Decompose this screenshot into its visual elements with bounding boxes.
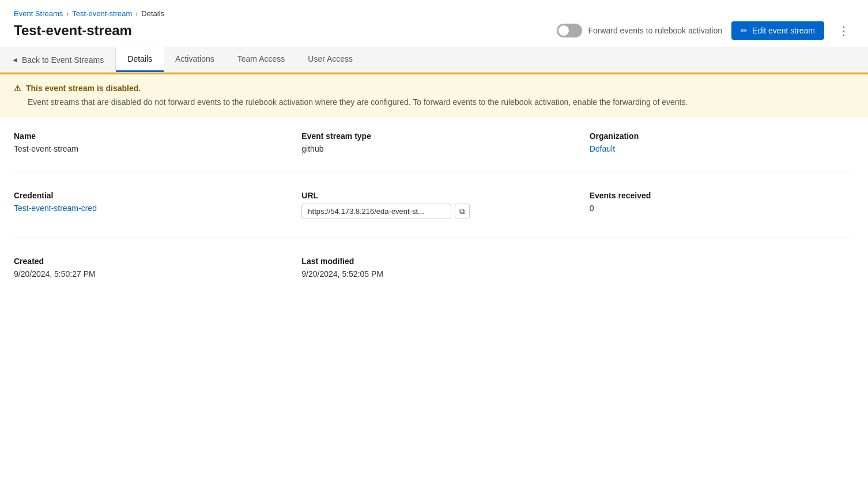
- detail-organization: Organization Default: [590, 131, 854, 153]
- name-value: Test-event-stream: [14, 144, 278, 153]
- forward-events-toggle[interactable]: [557, 24, 582, 37]
- detail-event-stream-type: Event stream type github: [301, 131, 566, 153]
- nav-tabs: ◄ Back to Event Streams Details Activati…: [0, 47, 868, 73]
- event-stream-type-value: github: [301, 144, 566, 153]
- warning-icon: ⚠: [14, 84, 21, 93]
- back-arrow-icon: ◄: [12, 56, 18, 64]
- back-label: Back to Event Streams: [22, 55, 104, 65]
- back-to-event-streams-link[interactable]: ◄ Back to Event Streams: [0, 48, 116, 71]
- url-field: ⧉: [301, 204, 566, 219]
- created-label: Created: [14, 257, 278, 266]
- events-received-label: Events received: [590, 191, 854, 200]
- tab-team-access[interactable]: Team Access: [226, 47, 296, 72]
- divider-2: [14, 238, 854, 238]
- events-received-value: 0: [590, 204, 854, 213]
- detail-url: URL ⧉: [301, 191, 566, 219]
- warning-text: Event streams that are disabled do not f…: [14, 96, 854, 108]
- warning-banner: ⚠ This event stream is disabled. Event s…: [0, 73, 868, 118]
- organization-label: Organization: [590, 131, 854, 141]
- url-label: URL: [301, 191, 566, 200]
- more-icon: ⋮: [838, 24, 850, 37]
- details-content: Name Test-event-stream Event stream type…: [0, 118, 868, 292]
- divider-1: [14, 172, 854, 172]
- warning-title-text: This event stream is disabled.: [26, 84, 141, 93]
- detail-name: Name Test-event-stream: [14, 131, 278, 153]
- detail-events-received: Events received 0: [590, 191, 854, 219]
- page-header: Event Streams › Test-event-stream › Deta…: [0, 0, 868, 47]
- tab-user-access[interactable]: User Access: [296, 47, 364, 72]
- tab-details[interactable]: Details: [116, 47, 164, 72]
- url-input[interactable]: [301, 204, 451, 219]
- breadcrumb-sep-1: ›: [66, 10, 69, 18]
- breadcrumb-stream-link[interactable]: Test-event-stream: [72, 9, 132, 18]
- last-modified-label: Last modified: [301, 257, 566, 266]
- breadcrumb-sep-2: ›: [135, 10, 138, 18]
- edit-button-label: Edit event stream: [752, 26, 815, 35]
- detail-created: Created 9/20/2024, 5:50:27 PM: [14, 257, 278, 279]
- credential-label: Credential: [14, 191, 278, 200]
- breadcrumb: Event Streams › Test-event-stream › Deta…: [14, 9, 854, 18]
- pencil-icon: ✏: [741, 26, 748, 35]
- created-value: 9/20/2024, 5:50:27 PM: [14, 269, 278, 279]
- header-actions: Forward events to rulebook activation ✏ …: [557, 21, 854, 40]
- toggle-slider: [557, 24, 582, 37]
- copy-icon: ⧉: [459, 206, 465, 216]
- last-modified-value: 9/20/2024, 5:52:05 PM: [301, 269, 566, 279]
- detail-credential: Credential Test-event-stream-cred: [14, 191, 278, 219]
- copy-url-button[interactable]: ⧉: [455, 204, 470, 219]
- breadcrumb-current: Details: [141, 9, 164, 18]
- more-options-button[interactable]: ⋮: [833, 21, 854, 40]
- header-row: Test-event-stream Forward events to rule…: [14, 21, 854, 40]
- breadcrumb-event-streams-link[interactable]: Event Streams: [14, 9, 63, 18]
- detail-last-modified: Last modified 9/20/2024, 5:52:05 PM: [301, 257, 566, 279]
- tab-activations[interactable]: Activations: [164, 47, 226, 72]
- forward-events-toggle-label[interactable]: Forward events to rulebook activation: [557, 24, 722, 37]
- event-stream-type-label: Event stream type: [301, 131, 566, 141]
- toggle-label-text: Forward events to rulebook activation: [588, 26, 722, 35]
- name-label: Name: [14, 131, 278, 141]
- detail-empty: [590, 257, 854, 279]
- organization-value[interactable]: Default: [590, 144, 854, 153]
- edit-event-stream-button[interactable]: ✏ Edit event stream: [731, 21, 824, 40]
- credential-value[interactable]: Test-event-stream-cred: [14, 204, 278, 213]
- details-grid: Name Test-event-stream Event stream type…: [14, 131, 854, 279]
- warning-title: ⚠ This event stream is disabled.: [14, 84, 854, 93]
- page-title: Test-event-stream: [14, 22, 132, 39]
